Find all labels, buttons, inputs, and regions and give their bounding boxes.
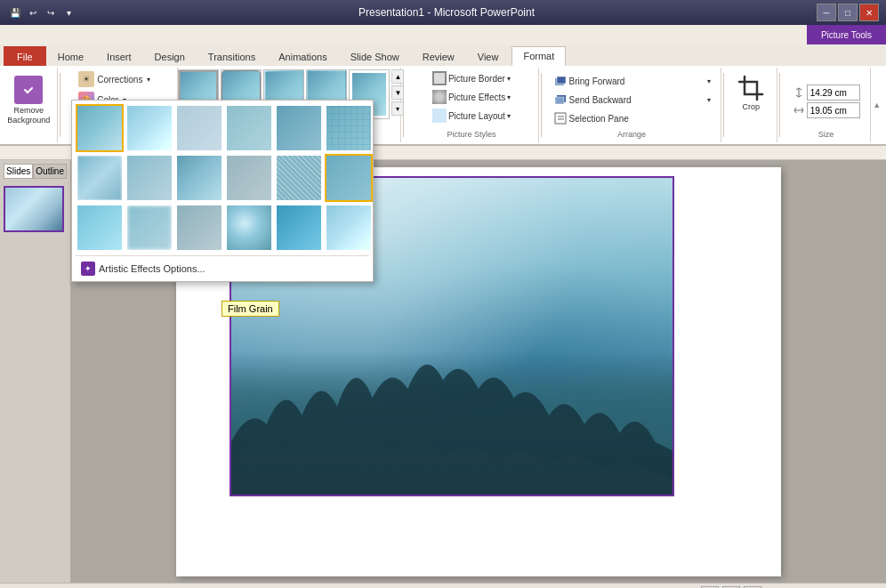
picture-border-label: Picture Border — [448, 74, 505, 84]
svg-rect-2 — [557, 77, 566, 84]
ae-item-watercolor[interactable] — [275, 104, 323, 152]
save-button[interactable]: 💾 — [7, 4, 23, 20]
picture-border-button[interactable]: Picture Border ▾ — [428, 69, 515, 87]
ribbon-collapse: ▲ — [871, 68, 886, 142]
tab-slides[interactable]: Slides — [4, 164, 33, 179]
divider-3 — [403, 73, 404, 137]
width-icon — [793, 104, 805, 117]
send-backward-label: Send Backward — [569, 95, 632, 105]
svg-rect-5 — [555, 113, 566, 124]
selection-pane-icon — [553, 111, 568, 125]
ae-item-cement[interactable] — [225, 154, 273, 202]
ae-item-chalk[interactable] — [225, 104, 273, 152]
size-group: Size — [782, 68, 871, 142]
send-backward-icon — [553, 93, 568, 107]
picture-layout-arrow: ▾ — [507, 112, 511, 120]
picture-border-arrow: ▾ — [507, 75, 511, 83]
picture-options-group: Picture Border ▾ Picture Effects ▾ Pictu… — [406, 68, 539, 142]
tab-insert[interactable]: Insert — [95, 46, 143, 66]
ae-item-mosaic[interactable] — [325, 104, 373, 152]
send-backward-button[interactable]: Send Backward ▾ — [549, 91, 715, 109]
ae-options-label: Artistic Effects Options... — [99, 263, 205, 274]
tab-slideshow[interactable]: Slide Show — [339, 46, 411, 66]
ae-item-glow[interactable] — [225, 204, 273, 252]
redo-button[interactable]: ↪ — [43, 4, 59, 20]
svg-rect-0 — [20, 82, 36, 98]
ae-item-paint2[interactable] — [275, 204, 323, 252]
tab-review[interactable]: Review — [411, 46, 466, 66]
crop-button[interactable]: Crop — [729, 69, 773, 116]
tab-file[interactable]: File — [4, 46, 46, 66]
remove-background-button[interactable]: RemoveBackground — [0, 71, 58, 130]
ae-item-texturize[interactable] — [275, 154, 323, 202]
divider-6 — [779, 73, 780, 137]
sb-arrow: ▾ — [707, 96, 711, 104]
tab-view[interactable]: View — [466, 46, 511, 66]
ribbon-row1: Picture Tools — [0, 25, 886, 44]
ribbon-tabs: File Home Insert Design Transitions Anim… — [0, 44, 886, 66]
ae-item-none[interactable] — [76, 104, 124, 152]
width-input[interactable] — [807, 102, 860, 118]
corrections-icon: ☀ — [78, 71, 94, 87]
bf-arrow: ▾ — [707, 77, 711, 85]
close-button[interactable]: ✕ — [859, 4, 879, 21]
divider-4 — [541, 73, 542, 137]
artistic-effects-options-button[interactable]: ✦ Artistic Effects Options... — [76, 260, 211, 278]
maximize-button[interactable]: □ — [838, 4, 858, 21]
ae-item-pastels[interactable] — [175, 204, 223, 252]
tab-transitions[interactable]: Transitions — [197, 46, 267, 66]
status-bar: Slide 1 of 1 Office Theme English (Unite… — [0, 583, 886, 588]
title-bar: 💾 ↩ ↪ ▾ Presentation1 - Microsoft PowerP… — [0, 0, 886, 25]
bring-forward-button[interactable]: Bring Forward ▾ — [549, 72, 715, 90]
ae-grid — [76, 104, 369, 252]
corrections-button[interactable]: ☀ Corrections ▾ — [74, 69, 155, 89]
tab-home[interactable]: Home — [46, 46, 95, 66]
ae-item-paint[interactable] — [175, 154, 223, 202]
customize-qa-button[interactable]: ▾ — [60, 4, 77, 20]
picture-layout-label: Picture Layout — [448, 111, 505, 121]
slide-thumbnail-1[interactable]: 1 — [4, 186, 64, 232]
ae-item-blur[interactable] — [125, 204, 173, 252]
picture-tools-label: Picture Tools — [807, 25, 886, 44]
picture-layout-icon — [432, 109, 447, 123]
artistic-effects-dropdown: Film Grain ✦ Artistic Effects Options... — [71, 100, 374, 282]
ae-item-film-grain[interactable] — [325, 154, 373, 202]
undo-button[interactable]: ↩ — [25, 4, 41, 20]
divider-5 — [723, 73, 724, 137]
tab-design[interactable]: Design — [143, 46, 197, 66]
window-controls: ─ □ ✕ — [817, 4, 879, 21]
ae-item-glass[interactable] — [76, 154, 124, 202]
ae-item-pencil[interactable] — [125, 104, 173, 152]
tab-outline[interactable]: Outline — [33, 164, 67, 179]
collapse-ribbon-button[interactable]: ▲ — [871, 99, 882, 111]
ae-item-plastic[interactable] — [325, 204, 373, 252]
crop-label: Crop — [743, 102, 761, 111]
remove-bg-label: RemoveBackground — [7, 106, 50, 125]
ae-item-marker[interactable] — [76, 204, 124, 252]
minimize-button[interactable]: ─ — [817, 4, 836, 21]
bring-forward-label: Bring Forward — [569, 77, 625, 86]
picture-effects-button[interactable]: Picture Effects ▾ — [428, 88, 515, 106]
ae-tooltip: Film Grain — [222, 301, 279, 317]
size-group-label: Size — [818, 130, 834, 141]
ae-footer: ✦ Artistic Effects Options... — [76, 255, 369, 278]
height-icon — [793, 86, 805, 99]
selection-pane-label: Selection Pane — [569, 114, 629, 124]
height-input[interactable] — [807, 85, 860, 101]
selection-pane-button[interactable]: Selection Pane — [549, 109, 715, 127]
svg-rect-4 — [555, 97, 564, 104]
arrange-group-label: Arrange — [617, 130, 646, 141]
ae-item-chalk2[interactable] — [125, 154, 173, 202]
window-title: Presentation1 - Microsoft PowerPoint — [77, 6, 817, 19]
crop-icon — [737, 74, 765, 102]
divider-1 — [60, 73, 60, 137]
title-bar-left: 💾 ↩ ↪ ▾ — [7, 4, 77, 20]
picture-effects-arrow: ▾ — [507, 93, 511, 101]
tab-animations[interactable]: Animations — [267, 46, 338, 66]
ae-item-line-drawing[interactable] — [175, 104, 223, 152]
adjust-group: RemoveBackground — [0, 68, 58, 142]
corrections-arrow: ▾ — [147, 76, 150, 84]
picture-layout-button[interactable]: Picture Layout ▾ — [428, 107, 515, 125]
picture-options-label: Picture Styles — [447, 130, 496, 141]
tab-format[interactable]: Format — [511, 46, 566, 66]
